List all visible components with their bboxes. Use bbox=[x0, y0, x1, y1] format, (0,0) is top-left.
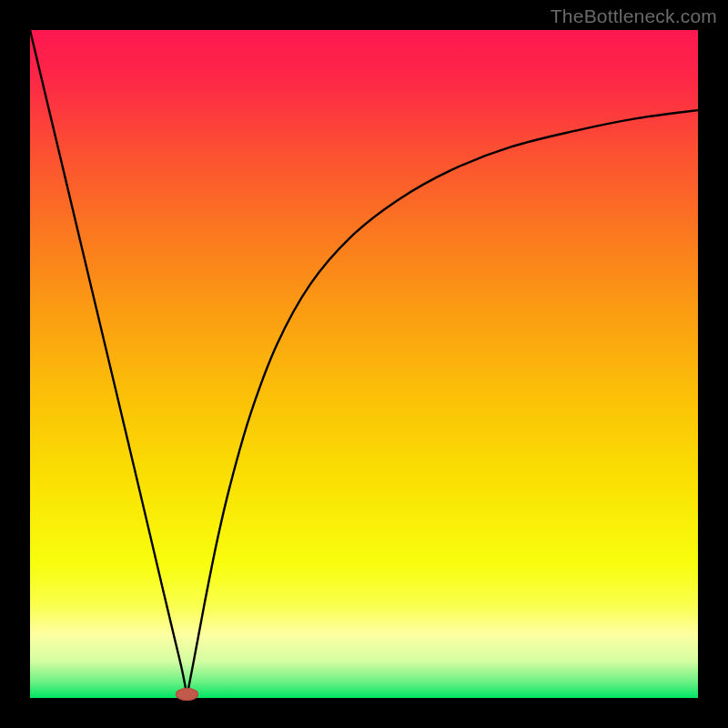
optimal-point-marker bbox=[176, 688, 198, 701]
chart-frame: TheBottleneck.com bbox=[0, 0, 728, 728]
bottleneck-curve bbox=[30, 30, 698, 698]
curve-right-branch bbox=[187, 110, 698, 696]
curve-left-branch bbox=[30, 30, 187, 696]
watermark-text: TheBottleneck.com bbox=[551, 5, 717, 27]
